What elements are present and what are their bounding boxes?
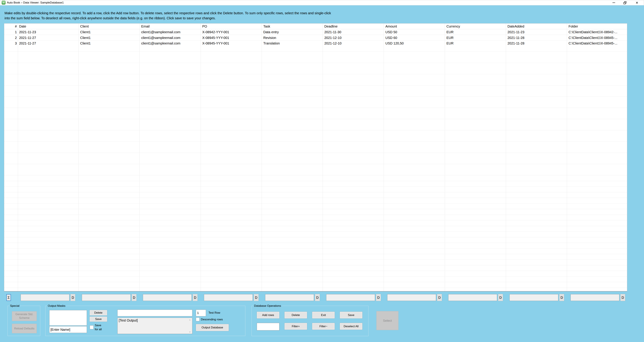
col-header-deadline: Deadline <box>324 24 338 29</box>
row-number: 1 <box>10 29 17 35</box>
cell-email[interactable]: client1@sampleemail.com <box>141 35 180 41</box>
close-button[interactable]: ✕ <box>632 0 642 5</box>
cell-deadline[interactable]: 2021-12-10 <box>324 35 342 41</box>
sum-field-currency[interactable] <box>448 294 497 301</box>
cell-client[interactable]: Client1 <box>80 35 90 41</box>
cell-deadline[interactable]: 2021-11-30 <box>324 29 341 35</box>
col-header-po: PO <box>202 24 207 29</box>
instruction-line-2: into the sum field below. To deselect al… <box>4 16 410 21</box>
sum-d-button-amount[interactable]: D <box>437 294 442 301</box>
test-row-label: Test Row <box>208 311 220 314</box>
sum-d-button-dateadded[interactable]: D <box>560 294 564 301</box>
mask-listbox[interactable] <box>49 310 87 325</box>
filter-input[interactable] <box>257 323 280 330</box>
restore-icon <box>624 1 626 4</box>
cell-amount[interactable]: USD 60 <box>386 35 397 41</box>
cell-date[interactable]: 2021-11-27 <box>19 35 36 41</box>
sum-field-folder[interactable] <box>570 294 619 301</box>
deselect-all-button[interactable]: Deselect All <box>340 323 362 330</box>
sum-d-button-task[interactable]: D <box>315 294 320 301</box>
sum-d-button-currency[interactable]: D <box>498 294 503 301</box>
sum-field-email[interactable] <box>143 294 192 301</box>
app-icon: H <box>2 1 6 5</box>
exit-button[interactable]: Exit <box>312 312 335 318</box>
chevron-down-icon[interactable]: ∨ <box>188 330 191 333</box>
cell-date[interactable]: 2021-11-27 <box>19 41 36 46</box>
row-number: 2 <box>10 35 17 41</box>
cell-po[interactable]: X-08945-YYY-001 <box>202 35 229 41</box>
cell-deadline[interactable]: 2021-12-10 <box>324 41 342 46</box>
restore-button[interactable] <box>620 0 630 5</box>
test-output-text: [Test Output] <box>119 318 138 322</box>
cell-amount[interactable]: USD 120,50 <box>386 41 404 46</box>
chevron-up-icon[interactable]: ∧ <box>188 318 191 321</box>
cell-folder[interactable]: C:\ClientData\Client1\X-08942-... <box>568 29 617 35</box>
cell-po[interactable]: X-08945-YYY-001 <box>202 41 229 46</box>
table-row[interactable]: 2 2021-11-27 Client1 client1@sampleemail… <box>4 35 627 41</box>
sum-field-task[interactable] <box>265 294 314 301</box>
table-row[interactable]: 1 2021-11-23 Client1 client1@sampleemail… <box>4 29 627 35</box>
save-for-all-checkbox[interactable] <box>90 325 94 329</box>
mask-preview-input[interactable] <box>118 310 192 316</box>
cell-client[interactable]: Client1 <box>80 29 90 35</box>
select-button[interactable]: Select <box>376 311 398 330</box>
mask-delete-button[interactable]: Delete <box>90 310 107 315</box>
cell-folder[interactable]: C:\ClientData\Client1\X-08945-... <box>568 41 617 46</box>
col-header-client: Client <box>80 24 89 29</box>
minimize-button[interactable] <box>609 0 618 5</box>
cell-currency[interactable]: EUR <box>446 29 454 35</box>
test-row-input[interactable] <box>196 310 206 316</box>
descending-rows-label: Descending rows <box>201 318 223 321</box>
window-title: Auto Book – Data Viewer: SampleDatabase1 <box>7 1 64 5</box>
db-save-button[interactable]: Save <box>340 312 362 318</box>
sum-row: Σ D D D D D D D D D D <box>0 294 644 301</box>
sum-sigma-button[interactable]: Σ <box>6 294 11 301</box>
cell-task[interactable]: Translation <box>263 41 280 46</box>
cell-dateadded[interactable]: 2021-11-28 <box>508 35 524 41</box>
test-output-box[interactable]: [Test Output] ∧ ∨ <box>118 318 192 334</box>
col-header-amount: Amount <box>386 24 397 29</box>
db-delete-button[interactable]: Delete <box>284 312 307 318</box>
reload-defaults-button[interactable]: Reload Defaults <box>12 324 37 333</box>
sum-field-po[interactable] <box>204 294 253 301</box>
cell-email[interactable]: client1@sampleemail.com <box>141 41 180 46</box>
sum-d-button-po[interactable]: D <box>254 294 258 301</box>
cell-date[interactable]: 2021-11-23 <box>19 29 36 35</box>
filter-minus-button[interactable]: Filter− <box>312 323 335 330</box>
cell-task[interactable]: Revision <box>263 35 276 41</box>
output-database-button[interactable]: Output Database <box>196 324 229 331</box>
cell-amount[interactable]: USD 50 <box>386 29 397 35</box>
cell-dateadded[interactable]: 2021-11-28 <box>508 41 524 46</box>
col-header-folder: Folder <box>568 24 578 29</box>
cell-folder[interactable]: C:\ClientData\Client1\X-08945-... <box>568 35 617 41</box>
output-masks-group: Output Masks Delete Save Save for all [T… <box>45 306 245 336</box>
sum-d-button-date[interactable]: D <box>70 294 75 301</box>
descending-rows-checkbox[interactable] <box>196 317 200 321</box>
sum-field-dateadded[interactable] <box>510 294 558 301</box>
sum-d-button-folder[interactable]: D <box>620 294 625 301</box>
cell-dateadded[interactable]: 2021-11-23 <box>508 29 524 35</box>
sum-field-deadline[interactable] <box>326 294 375 301</box>
filter-plus-button[interactable]: Filter+ <box>284 323 307 330</box>
mask-save-button[interactable]: Save <box>90 316 107 322</box>
cell-currency[interactable]: EUR <box>446 35 454 41</box>
sum-field-amount[interactable] <box>387 294 436 301</box>
sum-d-button-deadline[interactable]: D <box>376 294 381 301</box>
cell-currency[interactable]: EUR <box>446 41 454 46</box>
special-group-label: Special <box>9 304 20 308</box>
output-masks-group-label: Output Masks <box>47 304 66 308</box>
sum-field-client[interactable] <box>82 294 131 301</box>
data-table: # Date Client Email PO Task Deadline Amo… <box>4 23 627 291</box>
sum-d-button-email[interactable]: D <box>193 294 198 301</box>
cell-client[interactable]: Client1 <box>80 41 90 46</box>
mask-name-input[interactable] <box>49 326 87 333</box>
table-row[interactable]: 3 2021-11-27 Client1 client1@sampleemail… <box>4 41 627 46</box>
cell-task[interactable]: Data entry <box>263 29 279 35</box>
add-rows-button[interactable]: Add rows <box>257 312 280 318</box>
sum-d-button-client[interactable]: D <box>132 294 136 301</box>
generate-std-scheme-button[interactable]: Generate Std. Scheme <box>12 311 37 321</box>
cell-po[interactable]: X-08942-YYY-001 <box>202 29 229 35</box>
database-operations-group-label: Database Operations <box>253 304 282 308</box>
cell-email[interactable]: client1@sampleemail.com <box>141 29 180 35</box>
sum-field-date[interactable] <box>21 294 70 301</box>
